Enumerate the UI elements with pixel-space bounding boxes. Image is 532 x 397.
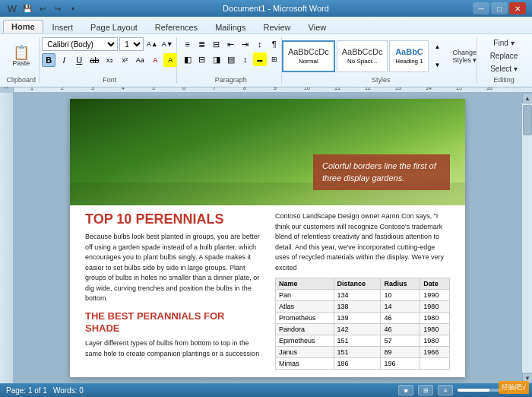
paragraph-group-label: Paragraph	[215, 76, 247, 84]
font-name-select[interactable]: Calibri (Body)	[42, 37, 118, 51]
table-row: Pan134101990	[276, 290, 450, 301]
cell-radius: 46	[381, 313, 420, 324]
scroll-up-button[interactable]: ▲	[522, 93, 532, 103]
align-center-button[interactable]: ⊟	[195, 52, 209, 66]
cell-radius: 10	[381, 290, 420, 301]
clear-format-button[interactable]: Aa	[133, 53, 147, 67]
highlight-button[interactable]: A	[163, 53, 177, 67]
tab-page-layout[interactable]: Page Layout	[82, 21, 146, 33]
word-count: Words: 0	[53, 386, 84, 395]
style-h1-label: Heading 1	[395, 58, 423, 65]
subscript-button[interactable]: x₂	[103, 53, 116, 67]
image-caption-text: Colorful borders line the first of three…	[322, 160, 441, 184]
doc-left-column: TOP 10 PERENNIALS Because bulbs look bes…	[85, 211, 260, 370]
justify-button[interactable]: ▤	[224, 52, 238, 66]
tab-view[interactable]: View	[300, 21, 335, 33]
show-marks-button[interactable]: ¶	[268, 37, 281, 51]
increase-indent-button[interactable]: ⇥	[239, 37, 252, 51]
view-fullscreen-button[interactable]: ⊞	[418, 385, 433, 395]
tab-review[interactable]: Review	[255, 21, 299, 33]
para-row-2: ◧ ⊟ ◨ ▤ ↕ ▬ ⊞	[181, 52, 281, 66]
select-button[interactable]: Select ▾	[487, 63, 521, 75]
cell-date: 1980	[420, 324, 450, 335]
change-styles-button[interactable]: ChangeStyles ▾	[449, 47, 480, 65]
col-radius: Radius	[381, 278, 420, 290]
tab-mailings[interactable]: Mailings	[207, 21, 254, 33]
table-header-row: Name Distance Radius Date	[276, 278, 450, 290]
vertical-scrollbar[interactable]: ▲ ▼	[521, 93, 532, 383]
font-size-select[interactable]: 11	[119, 37, 144, 51]
border-button[interactable]: ⊞	[268, 52, 281, 66]
title-bar-controls: ─ □ ✕	[473, 2, 526, 14]
underline-button[interactable]: U	[72, 53, 86, 67]
view-web-button[interactable]: ≡	[438, 385, 453, 395]
document-image: Colorful borders line the first of three…	[70, 99, 465, 205]
maximize-button[interactable]: □	[491, 2, 508, 14]
paste-button[interactable]: 📋 Paste	[9, 44, 33, 68]
doc-paragraph-1[interactable]: Because bulbs look best planted in group…	[85, 232, 260, 304]
ribbon-content: 📋 Paste Clipboard Calibri (Body) 11	[0, 33, 532, 87]
font-color-button[interactable]: A	[148, 53, 162, 67]
multilevel-button[interactable]: ⊟	[210, 37, 223, 51]
document[interactable]: Colorful borders line the first of three…	[70, 99, 465, 377]
line-spacing-button[interactable]: ↕	[239, 52, 252, 66]
increase-font-button[interactable]: A▲	[145, 37, 159, 51]
strikethrough-button[interactable]: ab	[87, 53, 101, 67]
data-table: Name Distance Radius Date Pan134101990At…	[275, 278, 450, 370]
save-qa-icon[interactable]: 💾	[21, 2, 33, 14]
align-left-button[interactable]: ◧	[181, 52, 195, 66]
cell-distance: 142	[334, 324, 381, 335]
title-bar: W 💾 ↩ ↪ ▾ Document1 - Microsoft Word ─ □…	[0, 0, 532, 17]
align-right-button[interactable]: ◨	[210, 52, 223, 66]
style-normal[interactable]: AaBbCcDc Normal	[282, 40, 335, 72]
decrease-font-button[interactable]: A▼	[160, 37, 174, 51]
paste-icon: 📋	[13, 46, 30, 59]
style-gallery-items: AaBbCcDc Normal AaBbCcDc No Spaci... AaB…	[282, 40, 445, 72]
font-row-2: B I U ab x₂ x² Aa A A	[42, 53, 177, 67]
styles-scroll-up[interactable]: ▲	[430, 40, 444, 54]
editing-group-content: Find ▾ Replace Select ▾	[487, 37, 521, 75]
zoom-slider[interactable]	[458, 389, 503, 392]
font-group-content: Calibri (Body) 11 A▲ A▼ B I U ab x₂	[42, 37, 177, 75]
shading-button[interactable]: ▬	[253, 52, 267, 66]
numbering-button[interactable]: ≣	[195, 37, 209, 51]
cell-date: 1980	[420, 301, 450, 313]
decrease-indent-button[interactable]: ⇤	[224, 37, 238, 51]
clipboard-group: 📋 Paste Clipboard	[5, 37, 40, 84]
replace-button[interactable]: Replace	[487, 50, 521, 62]
scroll-track[interactable]	[522, 103, 532, 373]
superscript-button[interactable]: x²	[118, 53, 131, 67]
scroll-thumb[interactable]	[523, 105, 532, 135]
cell-distance: 186	[334, 358, 381, 370]
cell-radius: 57	[381, 335, 420, 347]
close-button[interactable]: ✕	[509, 2, 526, 14]
col-distance: Distance	[334, 278, 381, 290]
editing-group-label: Editing	[493, 76, 515, 84]
italic-button[interactable]: I	[57, 53, 71, 67]
undo-qa-icon[interactable]: ↩	[36, 2, 49, 14]
bullets-button[interactable]: ≡	[181, 37, 195, 51]
tab-home[interactable]: Home	[3, 20, 43, 33]
ribbon-tabs: Home Insert Page Layout References Maili…	[0, 17, 532, 33]
style-no-space[interactable]: AaBbCcDc No Spaci...	[337, 40, 388, 72]
sort-button[interactable]: ↕	[253, 37, 267, 51]
styles-scroll-down[interactable]: ▼	[430, 59, 444, 72]
cell-distance: 138	[334, 301, 381, 313]
doc-right-para[interactable]: Contoso Landscape Design owner Aaron Con…	[275, 211, 450, 273]
tab-references[interactable]: References	[147, 21, 206, 33]
bold-button[interactable]: B	[42, 53, 55, 67]
cell-name: Atlas	[276, 301, 334, 313]
redo-qa-icon[interactable]: ↪	[52, 2, 64, 14]
doc-right-column: Contoso Landscape Design owner Aaron Con…	[275, 211, 450, 370]
table-row: Atlas138141980	[276, 301, 450, 313]
document-area[interactable]: Colorful borders line the first of three…	[14, 93, 521, 383]
style-heading1[interactable]: AaBbC Heading 1	[389, 40, 429, 72]
minimize-button[interactable]: ─	[473, 2, 489, 14]
tab-insert[interactable]: Insert	[44, 21, 82, 33]
view-print-button[interactable]: ■	[398, 385, 413, 395]
doc-paragraph-2[interactable]: Layer different types of bulbs from bott…	[85, 338, 260, 359]
qa-dropdown[interactable]: ▾	[67, 2, 79, 14]
style-nospace-preview: AaBbCcDc	[342, 47, 383, 56]
find-button[interactable]: Find ▾	[490, 37, 517, 49]
styles-gallery: AaBbCcDc Normal AaBbCcDc No Spaci... AaB…	[282, 37, 480, 75]
